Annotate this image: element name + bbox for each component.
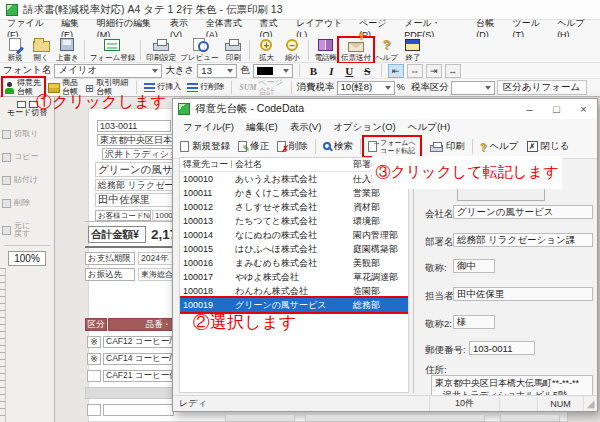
cut-button: 切取り [2,130,52,139]
invoice-address2-field[interactable]: 沢井トラディショナ [102,148,174,160]
row-delete-button[interactable]: 行削除 [185,82,226,93]
separator [140,40,141,60]
customer-row[interactable]: 100015はひふへほ株式会社庭園構築部 [180,242,408,256]
dialog-statusbar: レディ 10件 NUM ◢ [173,395,597,411]
customer-row[interactable]: 100014なにぬねの株式会社園内管理部 [180,228,408,242]
print-settings-button[interactable]: 印刷設定 [144,38,178,62]
invoice-row-item[interactable]: CAF21 コーヒー保存 [103,370,174,382]
phonebook-button[interactable]: 電話帳 [312,38,339,62]
invoice-row-item[interactable] [103,404,174,416]
honorific2-value: 様 [453,315,495,329]
customer-row[interactable]: 100018わんわん株式会社造園部 [180,284,408,298]
invoice-customer-code-label: お客様コードNo. [95,210,151,221]
dialog-help-button[interactable]: ? ヘルプ [476,138,523,155]
invoice-row-mark[interactable] [87,404,101,416]
col-customer-code[interactable]: 得意先コード [180,158,232,171]
bold-button[interactable]: B [306,64,321,78]
company-value: グリーンの風サービス [453,205,593,219]
preview-button[interactable]: プレビュー [178,38,220,62]
invoice-bank-value[interactable]: 東海総合TB銀 [138,268,174,281]
color-swatch [257,67,273,75]
align-center-button[interactable]: ⇔ [407,64,423,78]
resize-grip[interactable]: ◢ [583,396,597,411]
copy-icon [2,153,11,162]
app-window: 請求書(軽減税率対応) A4 タテ 1 2行 朱色 - 伝票印刷 13 ファイル… [0,0,600,422]
font-color-select[interactable] [253,64,293,78]
undo-button: 元に戻す [2,222,52,239]
new-button[interactable]: 新規 [2,38,28,62]
invoice-person-field[interactable]: 田中佐保里 [95,193,175,207]
cut-icon [2,130,11,139]
dialog-close-button[interactable]: ✗ 閉じる [523,138,574,155]
invoice-col-class-header: 区分 [85,318,107,331]
tax-class-select[interactable] [451,81,495,95]
italic-button[interactable]: I [324,64,339,78]
help-button[interactable]: ? ヘルプ [373,38,400,62]
underline-button[interactable]: U [342,64,357,78]
app-icon [6,4,18,16]
dialog-print-button[interactable]: 印刷 [426,138,469,155]
dialog-menu-help[interactable]: ヘルプ(H) [402,121,456,134]
invoice-row-mark[interactable]: ※ [87,336,101,348]
invoice-address1-field[interactable]: 東京都中央区日本橋大伝 [97,134,174,146]
exit-button[interactable]: 終了 [400,38,426,62]
invoice-zip-field[interactable]: 103-0011 [97,120,171,132]
close-window-button[interactable]: × [570,99,597,119]
font-name-select[interactable]: メイリオ [54,64,162,78]
align-right-icon: ⇥ [430,66,438,76]
invoice-row-item[interactable]: CAF12 コーヒー/ブラ [103,336,174,348]
transfer-to-form-button[interactable]: フォームへ コード転記 [364,137,420,156]
register-new-button[interactable]: 新規登録 [176,138,234,155]
grid-icon: ⊞ [85,83,94,93]
customer-row[interactable]: 100012さしすせそ株式会社資材部 [180,200,408,214]
align-right-button[interactable]: ⇥ [426,64,442,78]
invoice-due-year[interactable]: 2024年 [138,252,174,265]
help-icon: ? [480,141,487,153]
slip-send-button[interactable]: 伝票送付 [339,38,373,62]
col-company-name[interactable]: 会社名 [232,158,350,171]
zoom-in-button[interactable]: + 拡大 [253,38,279,62]
percent-label: % [397,83,405,92]
dialog-menu-view[interactable]: 表示(V) [284,121,328,134]
zoom-level[interactable]: 100% [8,251,46,266]
modify-button[interactable]: 修正 [234,138,273,155]
paste-icon [2,176,11,185]
dialog-menu-file[interactable]: ファイル(F) [177,121,240,134]
minimize-button[interactable]: – [516,99,543,119]
open-button[interactable]: 開く [28,38,54,62]
status-cell [499,396,537,411]
dialog-menu-edit[interactable]: 編集(E) [240,121,284,134]
contact-person-label: 担当者: [425,290,456,303]
invoice-company-field[interactable]: グリーンの風サービス [95,162,175,177]
invoice-dept-field[interactable]: 総務部 リラクゼーシ [95,179,175,191]
customer-row[interactable]: 100016まみむめも株式会社美観部 [180,256,408,270]
customer-row[interactable]: 100013たちつてと株式会社環境部 [180,214,408,228]
exit-window-icon [405,39,420,51]
edit-sidebar: モード切替 切取り コピー 貼付け 削除 元に戻す 100% [0,97,55,422]
zoom-out-button[interactable]: − 縮小 [279,38,305,62]
maximize-button[interactable]: □ [543,99,570,119]
dialog-menu-options[interactable]: オプション(O) [327,121,401,134]
invoice-row-mark[interactable] [87,370,101,382]
transfer-icon [368,141,377,152]
tax-rate-select[interactable]: 10(軽8) [337,81,395,95]
invoice-row-mark[interactable]: ※ [87,353,101,365]
font-size-select[interactable]: 13 [197,64,237,78]
search-icon [323,142,331,150]
invoice-customer-code-value[interactable]: 10001 [152,210,174,221]
save-button[interactable]: 上書き [54,38,81,62]
align-left-button[interactable]: ⇤ [388,64,404,78]
form-register-button[interactable]: フォーム登録 [88,38,138,62]
undo-icon [2,226,11,235]
dept-value: 総務部 リラクゼーション課 [453,233,593,247]
delete-record-button[interactable]: 削除 [273,138,312,155]
customer-row-selected[interactable]: 100019グリーンの風サービス総務部 [180,298,408,312]
print-button[interactable]: 印刷 [220,38,246,62]
search-button[interactable]: 検索 [319,138,357,155]
customer-row[interactable]: 100017やゆよ株式会社草花調達部 [180,270,408,284]
strikethrough-button[interactable]: S [360,64,375,78]
align-justify-button[interactable]: ↔ [445,64,461,78]
invoice-row-item[interactable]: CAF14 コーヒー/グア [103,353,174,365]
separator [299,64,300,77]
annotation-step3: ③クリックして転記します [372,156,562,189]
